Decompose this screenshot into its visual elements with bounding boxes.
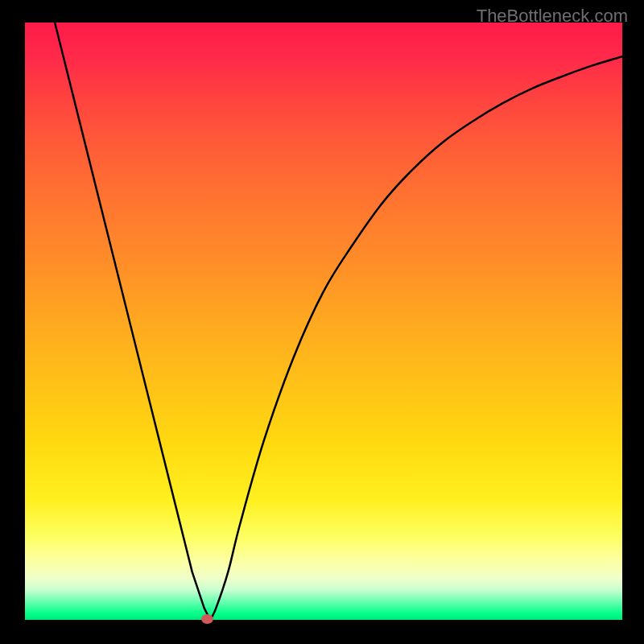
chart-container: TheBottleneck.com: [0, 0, 644, 644]
watermark-text: TheBottleneck.com: [477, 6, 628, 27]
plot-background-gradient: [25, 23, 622, 620]
